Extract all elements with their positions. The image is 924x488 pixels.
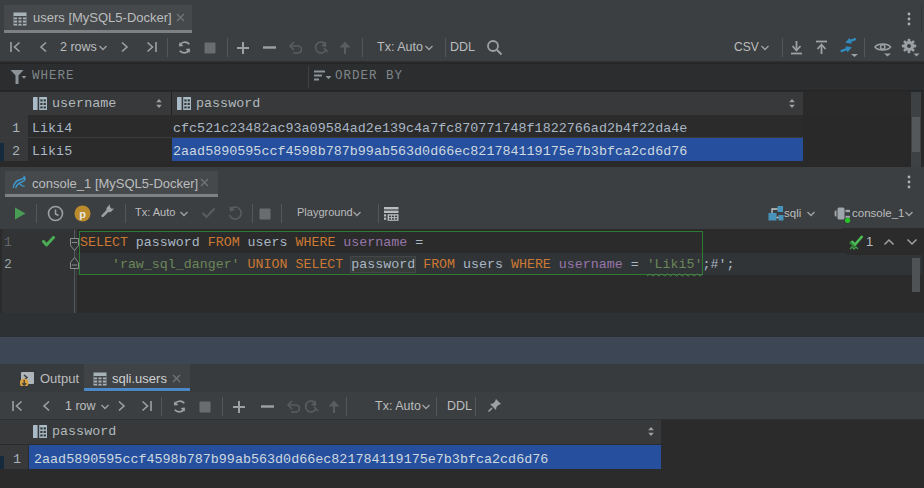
svg-text:p: p xyxy=(79,208,86,220)
